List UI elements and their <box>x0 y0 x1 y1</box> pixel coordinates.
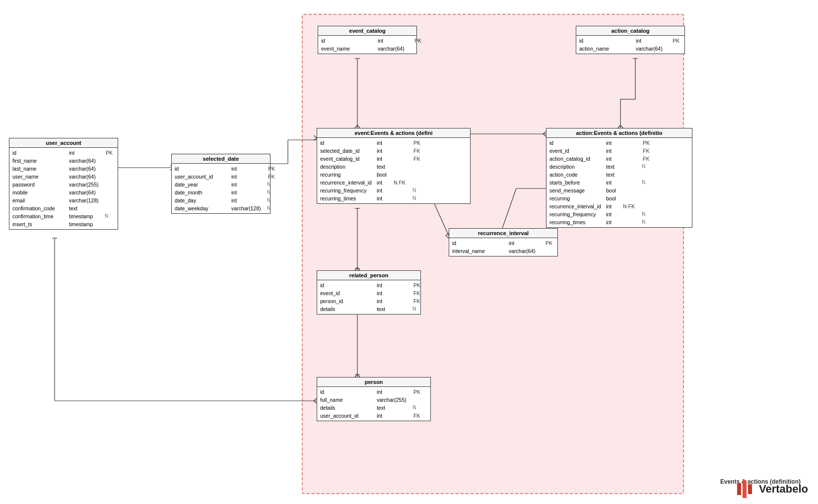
table-row: recurring_times int N <box>546 218 692 226</box>
table-row: recurring bool <box>317 171 470 179</box>
table-row: recurring_times int N <box>317 194 470 202</box>
table-row: recurring_frequency int N <box>317 187 470 194</box>
table-row: send_message bool <box>546 187 692 194</box>
table-row: description text N <box>546 163 692 171</box>
table-row: date_year int N <box>172 181 270 189</box>
table-row: user_account_id int FK <box>172 173 270 181</box>
table-action-header: action:Events & actions (definitio <box>546 128 692 138</box>
table-event: event:Events & actions (defini id int PK… <box>317 128 471 204</box>
table-row: person_id int FK <box>317 297 420 305</box>
table-row: date_weekday varchar(128) N <box>172 204 270 212</box>
table-row: insert_ts timestamp <box>9 220 118 228</box>
table-event-catalog: event_catalog id int PK event_name varch… <box>318 26 417 54</box>
table-action-catalog: action_catalog id int PK action_name var… <box>576 26 685 54</box>
table-row: event_id int FK <box>317 289 420 297</box>
table-row: id int PK <box>172 165 270 173</box>
svg-rect-47 <box>737 483 741 495</box>
vertabelo-logo: Vertabelo <box>736 480 808 498</box>
table-row: description text <box>317 163 470 171</box>
table-row: last_name varchar(64) <box>9 165 118 173</box>
table-person-header: person <box>317 378 430 387</box>
table-action: action:Events & actions (definitio id in… <box>546 128 692 228</box>
table-row: event_catalog_id int FK <box>317 155 470 163</box>
table-row: id int PK <box>317 281 420 289</box>
table-row: starts_before int N <box>546 179 692 187</box>
table-row: action_catalog_id int FK <box>546 155 692 163</box>
table-recurrence-interval: recurrence_interval id int PK interval_n… <box>449 228 558 256</box>
canvas: user_account id int PK first_name varcha… <box>0 0 818 504</box>
table-row: details text N <box>317 404 430 412</box>
table-user-account-header: user_account <box>9 138 118 148</box>
table-row: selected_date_id int FK <box>317 147 470 155</box>
table-person: person id int PK full_name varchar(255) … <box>317 377 431 421</box>
table-related-person: related_person id int PK event_id int FK… <box>317 270 421 315</box>
table-row: id int PK <box>9 149 118 157</box>
table-recurrence-interval-header: recurrence_interval <box>449 229 557 238</box>
table-row: id int PK <box>317 139 470 147</box>
table-related-person-header: related_person <box>317 271 420 280</box>
table-selected-date-header: selected_date <box>172 154 270 164</box>
table-row: mobile varchar(64) <box>9 189 118 196</box>
table-row: details text N <box>317 305 420 313</box>
table-row: action_name varchar(64) <box>576 45 684 53</box>
vertabelo-logo-icon <box>736 480 754 498</box>
table-row: recurrence_interval_id int N FK <box>546 202 692 210</box>
table-row: recurring_frequency int N <box>546 210 692 218</box>
table-row: event_id int FK <box>546 147 692 155</box>
table-row: interval_name varchar(64) <box>449 247 557 255</box>
svg-rect-48 <box>743 480 747 498</box>
table-row: id int PK <box>318 37 416 45</box>
table-row: id int PK <box>546 139 692 147</box>
table-action-catalog-header: action_catalog <box>576 26 684 36</box>
table-row: confirmation_time timestamp N <box>9 212 118 220</box>
table-row: recurrence_interval_id int N FK <box>317 179 470 187</box>
table-row: password varchar(255) <box>9 181 118 189</box>
table-row: first_name varchar(64) <box>9 157 118 165</box>
table-event-header: event:Events & actions (defini <box>317 128 470 138</box>
table-row: user_name varchar(64) <box>9 173 118 181</box>
vertabelo-logo-text: Vertabelo <box>759 483 808 496</box>
table-user-account: user_account id int PK first_name varcha… <box>9 138 118 230</box>
table-row: full_name varchar(255) <box>317 396 430 404</box>
table-row: date_day int N <box>172 196 270 204</box>
table-row: id int PK <box>449 239 557 247</box>
table-row: recurring bool <box>546 194 692 202</box>
table-selected-date: selected_date id int PK user_account_id … <box>171 154 271 214</box>
table-row: confirmation_code text <box>9 204 118 212</box>
table-event-catalog-header: event_catalog <box>318 26 416 36</box>
svg-rect-49 <box>748 484 752 494</box>
table-row: id int PK <box>576 37 684 45</box>
table-row: id int PK <box>317 388 430 396</box>
table-row: action_code text <box>546 171 692 179</box>
table-row: user_account_id int FK <box>317 412 430 420</box>
table-row: date_month int N <box>172 189 270 196</box>
table-row: email varchar(128) <box>9 196 118 204</box>
table-row: event_name varchar(64) <box>318 45 416 53</box>
